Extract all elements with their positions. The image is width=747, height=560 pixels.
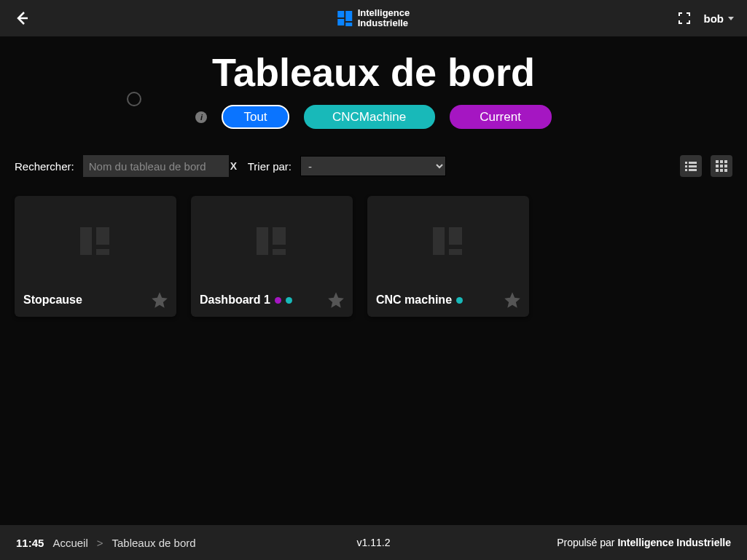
main-content: Tableaux de bord i Tout CNCMachine Curre…	[0, 36, 747, 525]
svg-rect-1	[689, 162, 697, 164]
dashboard-card[interactable]: CNC machine	[367, 196, 529, 317]
page-title: Tableaux de bord	[15, 50, 732, 95]
user-name: bob	[704, 12, 724, 25]
svg-rect-10	[720, 165, 723, 167]
chevron-down-icon	[728, 17, 734, 20]
grid-icon	[716, 160, 727, 172]
svg-rect-15	[80, 227, 92, 255]
powered-by: Propulsé par Intelligence Industrielle	[557, 537, 731, 548]
filter-pill-cncmachine[interactable]: CNCMachine	[304, 105, 435, 129]
svg-rect-19	[273, 227, 286, 245]
svg-rect-8	[724, 160, 727, 163]
svg-rect-11	[724, 165, 727, 167]
svg-rect-16	[96, 227, 109, 245]
filter-pill-current[interactable]: Current	[450, 105, 552, 129]
search-input[interactable]	[89, 160, 227, 173]
sort-label: Trier par:	[248, 160, 292, 173]
breadcrumb-current: Tableaux de bord	[112, 537, 196, 549]
svg-rect-5	[689, 169, 697, 171]
dashboard-placeholder-icon	[252, 221, 292, 261]
footer-time: 11:45	[16, 537, 44, 549]
controls-row: Rechercher: X Trier par: -	[15, 155, 732, 177]
top-bar: Intelligence Industrielle bob	[0, 0, 747, 36]
dashboard-card-title: Stopcause	[23, 293, 82, 307]
dashboard-placeholder-icon	[429, 221, 468, 261]
dashboard-cards: Stopcause Dashboard 1	[15, 196, 732, 317]
svg-rect-3	[689, 165, 697, 167]
favorite-star-icon[interactable]	[326, 291, 345, 309]
logo-mark-icon	[337, 11, 352, 26]
dashboard-card[interactable]: Stopcause	[15, 196, 176, 317]
svg-rect-22	[449, 227, 462, 245]
sort-select[interactable]: -	[300, 156, 446, 176]
dashboard-card-title: CNC machine	[376, 293, 452, 307]
favorite-star-icon[interactable]	[503, 291, 522, 309]
list-icon	[685, 160, 697, 172]
clear-search-button[interactable]: X	[227, 160, 240, 172]
svg-rect-17	[96, 249, 109, 255]
svg-rect-2	[685, 165, 687, 167]
svg-rect-0	[685, 162, 687, 164]
breadcrumb-home[interactable]: Accueil	[52, 537, 87, 549]
svg-rect-18	[257, 227, 268, 255]
svg-rect-12	[716, 169, 719, 172]
user-menu[interactable]: bob	[704, 12, 735, 25]
view-list-button[interactable]	[680, 155, 702, 177]
search-label: Rechercher:	[15, 160, 74, 173]
svg-rect-23	[449, 249, 462, 255]
search-box: X	[83, 155, 229, 177]
brand-line1: Intelligence	[358, 8, 410, 18]
svg-rect-20	[273, 249, 286, 255]
svg-rect-21	[433, 227, 445, 255]
svg-rect-13	[720, 169, 723, 172]
svg-rect-6	[716, 160, 719, 163]
dashboard-placeholder-icon	[76, 221, 115, 261]
fullscreen-icon[interactable]	[678, 12, 691, 25]
svg-rect-9	[716, 165, 719, 167]
dashboard-card-title: Dashboard 1	[200, 293, 270, 307]
tag-dot-teal	[286, 297, 292, 304]
footer-bar: 11:45 Accueil > Tableaux de bord v1.11.2…	[0, 525, 747, 560]
view-grid-button[interactable]	[711, 155, 732, 177]
brand-line2: Industrielle	[358, 18, 410, 28]
tag-dot-teal	[456, 297, 463, 304]
svg-rect-14	[724, 169, 727, 172]
filter-pill-all[interactable]: Tout	[222, 105, 289, 129]
brand-logo: Intelligence Industrielle	[337, 8, 410, 28]
loading-spinner-icon	[127, 92, 141, 106]
svg-rect-4	[685, 169, 687, 171]
svg-rect-7	[720, 160, 723, 163]
tag-dot-purple	[275, 297, 281, 304]
favorite-star-icon[interactable]	[150, 291, 169, 309]
back-arrow-icon[interactable]	[13, 9, 31, 27]
tag-filter-row: i Tout CNCMachine Current	[15, 105, 732, 129]
info-icon[interactable]: i	[195, 111, 207, 123]
app-version: v1.11.2	[357, 537, 391, 548]
dashboard-card[interactable]: Dashboard 1	[191, 196, 353, 317]
breadcrumb-separator: >	[97, 537, 103, 549]
